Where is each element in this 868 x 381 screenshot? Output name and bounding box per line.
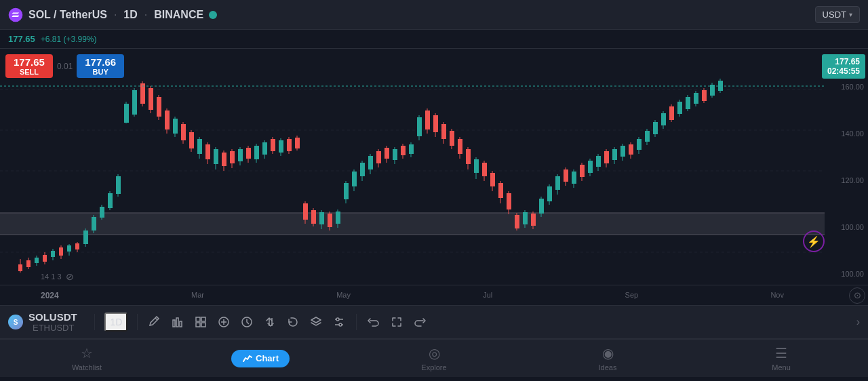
svg-rect-176 bbox=[694, 93, 698, 104]
current-price-label: 177.65 02:45:55 bbox=[822, 54, 865, 79]
layers-button[interactable] bbox=[304, 312, 328, 332]
svg-rect-150 bbox=[588, 161, 593, 173]
sell-label: SELL bbox=[20, 68, 39, 76]
toolbar-symbol-name[interactable]: SOLUSDT bbox=[28, 311, 78, 323]
currency-selector[interactable]: USDT ▾ bbox=[815, 6, 860, 23]
svg-rect-142 bbox=[555, 176, 560, 190]
svg-rect-152 bbox=[596, 156, 601, 167]
candlestick-chart bbox=[0, 49, 825, 285]
draw-tool-button[interactable] bbox=[143, 312, 166, 332]
more-button[interactable]: › bbox=[856, 316, 860, 328]
replay-button[interactable] bbox=[281, 312, 304, 332]
grid-icon bbox=[195, 316, 207, 328]
layers-icon bbox=[310, 316, 322, 328]
svg-rect-74 bbox=[279, 140, 283, 153]
fullscreen-icon bbox=[391, 316, 403, 328]
chart-area[interactable]: 177.65 SELL 0.01 177.66 BUY 177.65 02:45… bbox=[0, 49, 868, 285]
currency-value: USDT bbox=[823, 9, 846, 20]
clock-icon bbox=[241, 316, 253, 328]
y-label-160: 160.00 bbox=[827, 83, 864, 91]
svg-rect-28 bbox=[92, 217, 96, 230]
svg-rect-24 bbox=[75, 243, 79, 249]
nav-watchlist[interactable]: ☆ Watchlist bbox=[0, 342, 174, 374]
undo-button[interactable] bbox=[362, 312, 385, 332]
svg-rect-168 bbox=[661, 113, 666, 125]
toolbar-timeframe-button[interactable]: 1D bbox=[104, 313, 127, 332]
y-axis: 160.00 140.00 120.00 100.00 100.00 bbox=[826, 49, 865, 285]
svg-rect-34 bbox=[116, 176, 121, 194]
alert-button[interactable] bbox=[235, 312, 258, 332]
toolbar-divider-3 bbox=[356, 314, 357, 330]
chart-type-button[interactable] bbox=[166, 312, 189, 332]
svg-rect-110 bbox=[425, 111, 430, 129]
nav-chart[interactable]: Chart bbox=[174, 347, 347, 370]
svg-rect-170 bbox=[669, 106, 674, 120]
pencil-icon bbox=[149, 316, 161, 328]
spread-value: 0.01 bbox=[57, 62, 73, 71]
chevron-down-icon: ▾ bbox=[849, 11, 852, 18]
svg-rect-70 bbox=[262, 142, 267, 155]
redo-icon bbox=[414, 316, 426, 328]
svg-rect-36 bbox=[124, 104, 129, 123]
separator2: · bbox=[144, 9, 147, 21]
indicator-text: 14 1 3 bbox=[41, 273, 62, 281]
svg-rect-164 bbox=[645, 131, 650, 142]
svg-rect-100 bbox=[384, 148, 389, 159]
svg-rect-144 bbox=[564, 169, 568, 182]
svg-rect-30 bbox=[100, 207, 104, 218]
layout-button[interactable] bbox=[189, 312, 212, 332]
svg-rect-76 bbox=[287, 139, 292, 151]
svg-rect-162 bbox=[637, 139, 642, 150]
svg-rect-38 bbox=[132, 90, 137, 115]
fullscreen-button[interactable] bbox=[385, 312, 408, 332]
nav-ideas[interactable]: ◉ Ideas bbox=[521, 342, 694, 374]
svg-rect-178 bbox=[702, 90, 707, 101]
nav-explore[interactable]: ◎ Explore bbox=[347, 342, 521, 374]
compare-button[interactable] bbox=[258, 312, 281, 332]
toolbar-sol-icon: S bbox=[8, 315, 23, 329]
svg-rect-56 bbox=[205, 144, 210, 159]
svg-rect-102 bbox=[393, 149, 397, 160]
svg-point-198 bbox=[339, 323, 342, 326]
indicator-row: 14 1 3 ⊘ bbox=[41, 271, 74, 282]
svg-rect-90 bbox=[344, 183, 349, 199]
y-label-100a: 100.00 bbox=[827, 223, 864, 231]
header-bar: SOL / TetherUS · 1D · BINANCE USDT ▾ bbox=[0, 0, 868, 30]
svg-rect-189 bbox=[196, 323, 200, 327]
svg-rect-22 bbox=[67, 245, 71, 252]
explore-label: Explore bbox=[421, 363, 446, 372]
eye-icon[interactable]: ⊘ bbox=[66, 271, 74, 282]
svg-rect-18 bbox=[51, 251, 55, 257]
svg-rect-26 bbox=[83, 230, 88, 244]
svg-rect-154 bbox=[604, 151, 609, 163]
lightning-button[interactable]: ⚡ bbox=[803, 230, 825, 252]
svg-rect-12 bbox=[26, 260, 31, 267]
svg-rect-10 bbox=[18, 264, 22, 271]
ideas-label: Ideas bbox=[599, 363, 617, 372]
svg-rect-166 bbox=[653, 122, 658, 134]
price-bar: 177.65 +6.81 (+3.99%) bbox=[0, 30, 868, 49]
chart-nav-icon bbox=[242, 353, 253, 364]
x-label-may: May bbox=[336, 291, 351, 300]
svg-rect-122 bbox=[474, 159, 479, 173]
timeframe-label[interactable]: 1D bbox=[123, 9, 137, 21]
sell-button[interactable]: 177.65 SELL bbox=[5, 54, 53, 78]
svg-rect-78 bbox=[295, 138, 300, 148]
price-current: 177.65 bbox=[8, 34, 35, 44]
redo-button[interactable] bbox=[408, 312, 431, 332]
x-axis-settings-button[interactable]: ⊙ bbox=[849, 287, 865, 304]
toolbar-symbol-sub[interactable]: ETHUSDT bbox=[28, 323, 78, 333]
symbol-text: SOL / TetherUS bbox=[28, 9, 107, 21]
add-indicator-button[interactable] bbox=[212, 312, 235, 332]
svg-rect-184 bbox=[173, 320, 175, 327]
svg-rect-48 bbox=[173, 119, 178, 134]
svg-rect-52 bbox=[189, 132, 194, 148]
buy-button[interactable]: 177.66 BUY bbox=[77, 54, 124, 78]
overlay-price: 177.65 bbox=[827, 57, 860, 66]
compare-icon bbox=[264, 316, 276, 328]
settings-sliders-button[interactable] bbox=[328, 312, 351, 332]
svg-rect-136 bbox=[531, 214, 536, 226]
nav-menu[interactable]: ☰ Menu bbox=[694, 342, 868, 374]
x-label-mar: Mar bbox=[191, 291, 204, 300]
svg-rect-130 bbox=[507, 193, 511, 209]
